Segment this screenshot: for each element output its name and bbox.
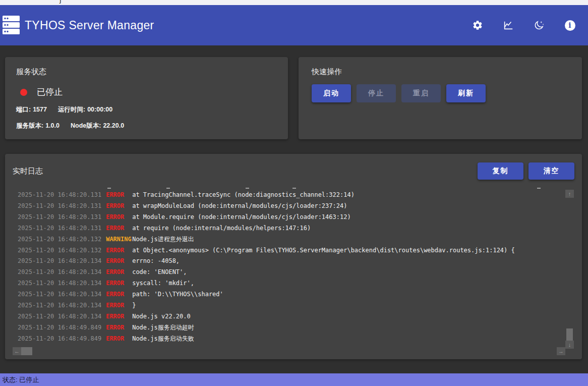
log-timestamp: 2025-11-20 16:48:20.132 [18, 236, 101, 243]
info-icon[interactable]: i [564, 19, 576, 31]
log-timestamp: 2025-11-20 16:48:20.134 [18, 257, 101, 264]
log-level: ERROR [106, 245, 132, 256]
node-version-value: 22.20.0 [103, 122, 124, 129]
copy-log-button[interactable]: 复制 [478, 162, 523, 180]
log-entry: 2025-11-20 16:48:20.131ERRORat TracingCh… [18, 190, 574, 201]
background-window-edge: j [0, 0, 588, 5]
background-window-text-fragment: j [60, 0, 62, 4]
log-level: ERROR [106, 223, 132, 234]
action-button[interactable]: 启动 [312, 84, 351, 102]
vertical-scrollbar-thumb[interactable] [566, 328, 573, 341]
log-timestamp: 2025-11-20 16:48:20.134 [18, 268, 101, 275]
log-entry: 2025-11-20 16:48:20.131ERRORat Module.re… [18, 212, 574, 223]
scroll-down-button[interactable]: ↓ [565, 341, 574, 349]
log-timestamp: 2025-11-20 16:48:20.131 [18, 225, 101, 232]
port-value: 1577 [33, 106, 47, 113]
main-content: 服务状态 已停止 端口:1577 运行时间:00:00:00 服务版本:1.0.… [0, 45, 588, 359]
log-message: Node.js服务启动超时 [132, 324, 194, 331]
app-window: { "top_strip": { "glyph_fragment": "j" }… [0, 0, 588, 386]
quick-actions-panel: 快速操作 启动 停止 重启 刷新 [299, 57, 582, 139]
action-button[interactable]: 停止 [357, 84, 396, 102]
log-level: ERROR [106, 278, 132, 289]
log-level: ERROR [106, 256, 132, 267]
log-message: Node.js进程意外退出 [132, 236, 194, 243]
log-timestamp: 2025-11-20 16:48:20.131 [18, 213, 101, 220]
app-title: TYHOS Server Manager [25, 19, 154, 32]
log-level: ERROR [106, 190, 132, 201]
scroll-up-button[interactable]: ↑ [565, 190, 574, 198]
log-timestamp: 2025-11-20 16:48:20.134 [18, 313, 101, 320]
log-entry: 2025-11-20 16:48:20.131ERRORat wrapModul… [18, 201, 574, 212]
log-message: } [132, 302, 136, 309]
service-status-title: 服务状态 [16, 67, 277, 77]
log-level: ERROR [106, 322, 132, 334]
log-entry: 2025-11-20 16:48:20.132ERRORat Object.<a… [18, 245, 574, 256]
log-output[interactable]: 2025-11-20 16:48:20.131ERRORat TracingCh… [13, 185, 574, 354]
server-logo-icon [3, 15, 20, 35]
log-timestamp: 2025-11-20 16:48:20.134 [18, 280, 101, 287]
scroll-left-button[interactable]: ← [13, 347, 21, 355]
log-message: code: 'ENOENT', [132, 268, 187, 275]
log-entry: 2025-11-20 16:48:20.132WARNINGNode.js进程意… [18, 234, 574, 245]
log-timestamp: 2025-11-20 16:48:20.132 [18, 247, 101, 254]
log-message: path: 'D:\\TYHOS\\shared' [132, 291, 223, 298]
log-entry: 2025-11-20 16:48:49.849ERRORNode.js服务启动失… [18, 334, 574, 345]
action-button[interactable]: 刷新 [446, 84, 486, 102]
port-label: 端口: [16, 106, 31, 113]
log-title: 实时日志 [13, 167, 43, 176]
action-buttons: 启动 停止 重启 刷新 [312, 84, 569, 102]
status-bar-text: 状态: 已停止 [3, 375, 39, 384]
log-level: ERROR [106, 212, 132, 223]
log-level: ERROR [106, 311, 132, 322]
status-detail-row: 服务版本:1.0.0 Node版本:22.20.0 [16, 122, 277, 130]
log-message: at TracingChannel.traceSync (node:diagno… [132, 191, 355, 198]
log-entry: 2025-11-20 16:48:49.849ERRORNode.js服务启动超… [18, 322, 574, 334]
action-button[interactable]: 重启 [401, 84, 441, 102]
app-header: TYHOS Server Manager i [0, 5, 588, 45]
log-message: at wrapModuleLoad (node:internal/modules… [132, 202, 347, 209]
log-message: errno: -4058, [132, 257, 180, 264]
quick-actions-title: 快速操作 [312, 67, 569, 77]
log-level: ERROR [106, 267, 132, 278]
log-timestamp: 2025-11-20 16:48:20.131 [18, 191, 101, 198]
log-message: at Object.<anonymous> (C:\Program Files\… [132, 247, 515, 254]
log-level: ERROR [106, 300, 132, 311]
log-entries: 2025-11-20 16:48:20.131ERRORat TracingCh… [18, 190, 574, 345]
status-detail-row: 端口:1577 运行时间:00:00:00 [16, 105, 277, 114]
log-message: at require (node:internal/modules/helper… [132, 225, 311, 232]
log-timestamp: 2025-11-20 16:48:49.849 [18, 324, 101, 331]
uptime-value: 00:00:00 [87, 106, 112, 113]
log-level: WARNING [106, 234, 132, 245]
horizontal-scrollbar-thumb[interactable] [21, 347, 32, 355]
scroll-right-button[interactable]: → [557, 347, 565, 355]
dark-mode-moon-icon[interactable] [533, 19, 545, 31]
log-timestamp: 2025-11-20 16:48:49.849 [18, 335, 101, 342]
uptime-label: 运行时间: [58, 106, 85, 113]
status-stopped-dot [20, 89, 27, 96]
service-version-label: 服务版本: [16, 122, 43, 129]
log-entry: 2025-11-20 16:48:20.134ERRORsyscall: 'mk… [18, 278, 574, 289]
log-entry: 2025-11-20 16:48:20.131ERRORat require (… [18, 223, 574, 234]
log-timestamp: 2025-11-20 16:48:20.134 [18, 291, 101, 298]
log-level: ERROR [106, 334, 132, 345]
log-message: Node.js v22.20.0 [132, 313, 191, 320]
log-entry: 2025-11-20 16:48:20.134ERROR} [18, 300, 574, 311]
log-timestamp: 2025-11-20 16:48:20.131 [18, 202, 101, 209]
log-message: syscall: 'mkdir', [132, 280, 194, 287]
log-entry: 2025-11-20 16:48:20.134ERRORNode.js v22.… [18, 311, 574, 322]
status-text: 已停止 [37, 86, 63, 98]
log-message: Node.js服务启动失败 [132, 335, 194, 342]
settings-gear-icon[interactable] [472, 19, 484, 31]
node-version-label: Node版本: [71, 122, 101, 129]
service-status-panel: 服务状态 已停止 端口:1577 运行时间:00:00:00 服务版本:1.0.… [5, 57, 288, 139]
service-version-value: 1.0.0 [45, 122, 60, 129]
log-entry: 2025-11-20 16:48:20.134ERRORerrno: -4058… [18, 256, 574, 267]
log-entry: 2025-11-20 16:48:20.134ERRORcode: 'ENOEN… [18, 267, 574, 278]
clear-log-button[interactable]: 清空 [528, 162, 574, 180]
clipped-log-line [18, 187, 574, 190]
monitor-chart-icon[interactable] [502, 19, 514, 31]
log-timestamp: 2025-11-20 16:48:20.134 [18, 302, 101, 309]
log-message: at Module.require (node:internal/modules… [132, 213, 350, 220]
log-level: ERROR [106, 289, 132, 300]
status-bar: 状态: 已停止 [0, 373, 588, 386]
